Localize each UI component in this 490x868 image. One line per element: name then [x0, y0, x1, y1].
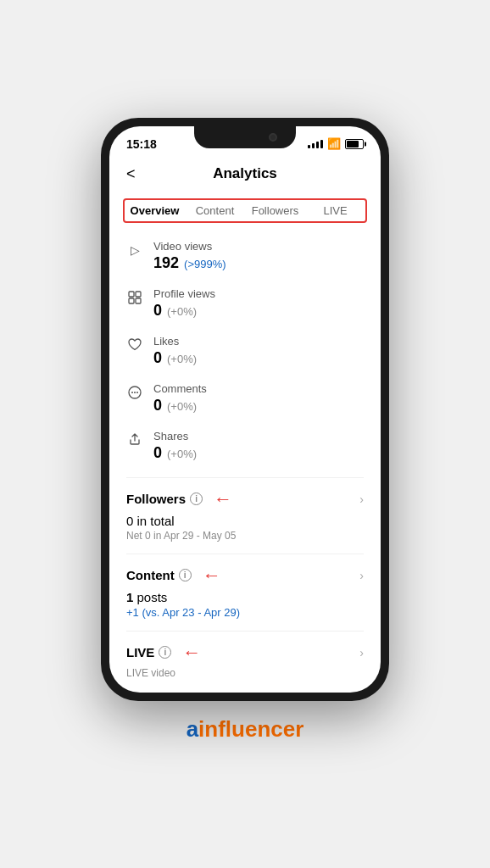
- brand-footer: ainfluencer: [187, 716, 304, 743]
- live-chevron-icon[interactable]: ›: [359, 646, 364, 659]
- metric-profile-views: Profile views 0 (+0%): [126, 287, 364, 320]
- svg-point-5: [131, 392, 133, 393]
- brand-name: ainfluencer: [187, 716, 304, 743]
- content-chevron-icon[interactable]: ›: [359, 569, 364, 582]
- svg-rect-0: [129, 292, 134, 297]
- shares-label: Shares: [153, 430, 197, 442]
- comments-change: (+0%): [167, 400, 197, 413]
- camera: [269, 133, 277, 142]
- phone-notch: [194, 126, 296, 148]
- likes-change: (+0%): [167, 353, 197, 365]
- live-video-label: LIVE video: [126, 667, 364, 679]
- profile-views-change: (+0%): [167, 305, 197, 318]
- shares-change: (+0%): [167, 448, 197, 460]
- tab-overview[interactable]: Overview: [125, 200, 185, 221]
- brand-prefix: a: [187, 716, 198, 742]
- divider-2: [126, 554, 364, 554]
- profile-views-value: 0: [153, 302, 162, 320]
- page-wrapper: 15:18 📶 < Analytics: [0, 0, 490, 868]
- live-info-icon[interactable]: i: [159, 646, 171, 659]
- metric-shares: Shares 0 (+0%): [126, 430, 364, 462]
- divider-3: [126, 631, 364, 632]
- tab-live[interactable]: LIVE: [305, 200, 365, 221]
- phone-screen: 15:18 📶 < Analytics: [109, 126, 381, 693]
- svg-point-6: [134, 392, 136, 393]
- metric-video-views: ▷ Video views 192 (>999%): [126, 240, 364, 272]
- likes-icon: [126, 337, 143, 353]
- followers-chevron-icon[interactable]: ›: [359, 492, 364, 506]
- content-area: ▷ Video views 192 (>999%): [109, 230, 381, 693]
- page-title: Analytics: [213, 165, 277, 182]
- tab-content[interactable]: Content: [185, 200, 245, 221]
- video-views-value: 192: [153, 254, 179, 272]
- content-comparison: +1 (vs. Apr 23 - Apr 29): [126, 606, 240, 619]
- shares-icon: [126, 431, 143, 448]
- followers-title: Followers: [126, 492, 186, 506]
- followers-arrow-indicator: ←: [214, 488, 232, 510]
- svg-rect-2: [129, 298, 134, 303]
- likes-value: 0: [153, 349, 162, 367]
- comments-label: Comments: [153, 382, 207, 395]
- content-arrow-indicator: ←: [203, 565, 221, 587]
- content-posts: 1 posts: [126, 590, 364, 604]
- brand-suffix: influencer: [198, 716, 303, 742]
- svg-rect-3: [136, 298, 141, 303]
- followers-info-icon[interactable]: i: [190, 492, 203, 505]
- shares-value: 0: [153, 444, 162, 462]
- header: < Analytics: [109, 157, 381, 195]
- svg-point-7: [136, 392, 138, 393]
- likes-label: Likes: [153, 335, 197, 348]
- phone-device: 15:18 📶 < Analytics: [101, 118, 389, 701]
- tab-followers[interactable]: Followers: [245, 200, 305, 221]
- followers-total: 0 in total: [126, 514, 364, 528]
- video-views-change: (>999%): [184, 258, 226, 270]
- battery-icon: [345, 139, 364, 149]
- followers-section-header: Followers i ← ›: [126, 488, 364, 510]
- live-arrow-indicator: ←: [182, 642, 201, 664]
- status-time: 15:18: [126, 137, 157, 151]
- back-button[interactable]: <: [123, 162, 139, 186]
- video-views-label: Video views: [153, 240, 226, 253]
- live-section-header: LIVE i ← ›: [126, 642, 364, 664]
- video-views-icon: ▷: [126, 242, 143, 259]
- svg-rect-1: [136, 292, 141, 297]
- live-title: LIVE: [126, 645, 154, 659]
- comments-value: 0: [153, 397, 162, 415]
- tabs-container: Overview Content Followers LIVE: [123, 198, 367, 223]
- content-section-header: Content i ← ›: [126, 565, 364, 587]
- content-info-icon[interactable]: i: [179, 569, 192, 581]
- wifi-icon: 📶: [327, 137, 341, 150]
- profile-views-label: Profile views: [153, 287, 215, 300]
- status-icons: 📶: [308, 137, 364, 150]
- content-title: Content: [126, 568, 175, 582]
- metric-comments: Comments 0 (+0%): [126, 382, 364, 415]
- signal-icon: [308, 140, 323, 148]
- divider-1: [126, 477, 364, 478]
- comments-icon: [126, 384, 143, 401]
- followers-net: Net 0 in Apr 29 - May 05: [126, 530, 364, 542]
- profile-views-icon: [126, 289, 143, 306]
- metric-likes: Likes 0 (+0%): [126, 335, 364, 367]
